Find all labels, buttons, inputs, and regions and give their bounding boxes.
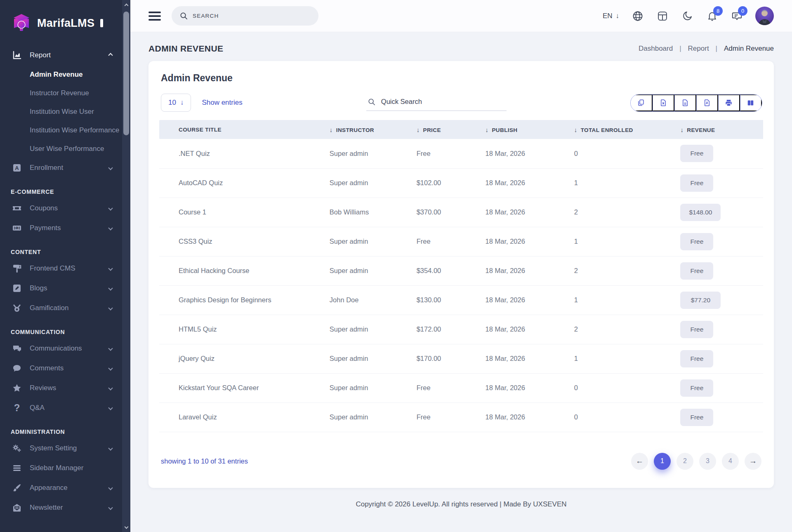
- layout-icon[interactable]: [656, 10, 669, 22]
- page-size-select[interactable]: 10 ↓: [161, 94, 191, 112]
- globe-icon[interactable]: [632, 10, 644, 22]
- chevron-down-icon: [108, 165, 113, 170]
- breadcrumb-dashboard[interactable]: Dashboard: [639, 45, 673, 53]
- question-icon: ?: [12, 403, 22, 413]
- table-row: Course 1Bob Williams$370.0018 Mar, 20262…: [159, 198, 763, 227]
- sidebar-item-enrollment[interactable]: A Enrollment: [0, 158, 122, 178]
- breadcrumb: Dashboard | Report | Admin Revenue: [639, 45, 774, 53]
- cell-price: $354.00: [417, 256, 486, 285]
- chevron-down-icon: [108, 266, 113, 271]
- sidebar-item-frontend-cms[interactable]: Frontend CMS: [0, 259, 122, 278]
- column-header-publish[interactable]: ↓PUBLISH: [486, 120, 574, 139]
- revenue-badge: Free: [680, 262, 713, 280]
- sidebar-subitem-admin-revenue[interactable]: Admin Revenue: [0, 65, 122, 84]
- sidebar-item-qa[interactable]: ? Q&A: [0, 398, 122, 418]
- notifications-bell-icon[interactable]: 8: [706, 10, 718, 22]
- subitem-label: Institution Wise User: [30, 108, 94, 116]
- column-header-revenue[interactable]: ↓REVENUE: [680, 120, 763, 139]
- cell-price: Free: [417, 227, 486, 256]
- dropdown-arrow-icon: ↓: [616, 12, 620, 20]
- revenue-badge: Free: [680, 233, 713, 250]
- sidebar-item-newsletter[interactable]: Newsletter: [0, 498, 122, 518]
- brand-logo-row[interactable]: MarifaLMS: [0, 0, 122, 45]
- column-header-course-title[interactable]: COURSE TITLE: [159, 120, 330, 139]
- sidebar-subitem-institution-wise-user[interactable]: Institution Wise User: [0, 102, 122, 121]
- column-header-instructor[interactable]: ↓INSTRUCTOR: [330, 120, 417, 139]
- language-selector[interactable]: EN ↓: [603, 12, 619, 20]
- print-button[interactable]: [718, 94, 740, 111]
- cell-enrolled: 0: [574, 403, 681, 432]
- page-button-1[interactable]: 1: [654, 453, 671, 470]
- chevron-down-icon: [108, 346, 113, 351]
- sidebar-item-payments[interactable]: 1 Payments: [0, 218, 122, 238]
- column-visibility-button[interactable]: [740, 94, 762, 111]
- footer-copyright: Copyright © 2026 LevelUp. All rights res…: [130, 488, 792, 519]
- enrollment-icon: A: [12, 162, 22, 173]
- sidebar-item-report[interactable]: Report: [0, 45, 122, 65]
- cell-course: Kickstart Your SQA Career: [159, 373, 330, 403]
- sidebar-item-appearance[interactable]: Appearance: [0, 478, 122, 498]
- cell-course: Course 1: [159, 198, 330, 227]
- chevron-up-icon: [108, 53, 113, 57]
- scroll-down-button[interactable]: [122, 523, 130, 532]
- global-search[interactable]: [172, 6, 318, 26]
- breadcrumb-report[interactable]: Report: [688, 45, 709, 53]
- sidebar-item-sidebar-manager[interactable]: Sidebar Manager: [0, 458, 122, 478]
- breadcrumb-separator: |: [716, 45, 717, 53]
- table-row: CSS3 QuizSuper adminFree18 Mar, 20261Fre…: [159, 227, 763, 256]
- sidebar-subitem-user-wise-performance[interactable]: User Wise Performance: [0, 139, 122, 158]
- scroll-up-button[interactable]: [122, 0, 130, 9]
- quick-search[interactable]: [366, 94, 507, 111]
- sidebar-subitem-institution-wise-performance[interactable]: Institution Wise Performance: [0, 121, 122, 139]
- sidebar-item-reviews[interactable]: Reviews: [0, 378, 122, 398]
- cell-publish: 18 Mar, 2026: [486, 403, 574, 432]
- svg-text:1: 1: [16, 227, 18, 230]
- cell-enrolled: 1: [574, 227, 681, 256]
- page-button-3[interactable]: 3: [699, 453, 716, 470]
- table-row: HTML5 QuizSuper admin$172.0018 Mar, 2026…: [159, 315, 763, 344]
- next-page-button[interactable]: →: [745, 453, 761, 470]
- cell-publish: 18 Mar, 2026: [486, 227, 574, 256]
- page-button-2[interactable]: 2: [676, 453, 693, 470]
- sidebar-item-label: Newsletter: [30, 504, 101, 512]
- page-button-4[interactable]: 4: [722, 453, 739, 470]
- column-header-total-enrolled[interactable]: ↓TOTAL ENROLLED: [574, 120, 681, 139]
- hamburger-menu-icon[interactable]: [148, 12, 161, 21]
- cell-enrolled: 1: [574, 344, 681, 373]
- sidebar-item-comments[interactable]: Comments: [0, 358, 122, 378]
- cell-revenue: $148.00: [680, 198, 763, 227]
- pdf-export-button[interactable]: [696, 94, 718, 111]
- cell-price: $170.00: [417, 344, 486, 373]
- excel-export-button[interactable]: [653, 94, 674, 111]
- sidebar-item-label: Reviews: [30, 384, 101, 392]
- column-label: REVENUE: [687, 127, 715, 133]
- user-avatar[interactable]: [755, 7, 774, 25]
- cell-price: $130.00: [417, 285, 486, 315]
- sidebar-item-label: Comments: [30, 364, 101, 372]
- sidebar-item-communications[interactable]: Communications: [0, 339, 122, 358]
- global-search-input[interactable]: [193, 13, 310, 19]
- scrollbar-thumb[interactable]: [123, 12, 129, 135]
- sidebar-item-gamification[interactable]: Gamification: [0, 298, 122, 318]
- csv-export-button[interactable]: [674, 94, 696, 111]
- breadcrumb-current: Admin Revenue: [724, 45, 774, 53]
- messages-icon[interactable]: 0: [731, 10, 743, 22]
- sidebar-subitem-instructor-revenue[interactable]: Instructor Revenue: [0, 84, 122, 102]
- dark-mode-moon-icon[interactable]: [681, 10, 693, 22]
- report-submenu: Admin Revenue Instructor Revenue Institu…: [0, 65, 122, 158]
- copy-button[interactable]: [631, 94, 653, 111]
- page-head: ADMIN REVENUE Dashboard | Report | Admin…: [130, 32, 792, 54]
- column-header-price[interactable]: ↓PRICE: [417, 120, 486, 139]
- quick-search-input[interactable]: [381, 98, 505, 106]
- column-label: TOTAL ENROLLED: [581, 127, 633, 133]
- sidebar-item-coupons[interactable]: Coupons: [0, 198, 122, 218]
- cell-course: HTML5 Quiz: [159, 315, 330, 344]
- sidebar-item-blogs[interactable]: Blogs: [0, 278, 122, 298]
- sidebar-item-system-setting[interactable]: System Setting: [0, 438, 122, 458]
- sidebar-menu: Report Admin Revenue Instructor Revenue …: [0, 45, 122, 532]
- cell-enrolled: 0: [574, 373, 681, 403]
- chevron-down-icon: [108, 386, 113, 390]
- sidebar-section-ecommerce: E-COMMERCE: [0, 178, 122, 198]
- previous-page-button[interactable]: ←: [631, 453, 648, 470]
- sidebar-scrollbar[interactable]: [122, 0, 130, 532]
